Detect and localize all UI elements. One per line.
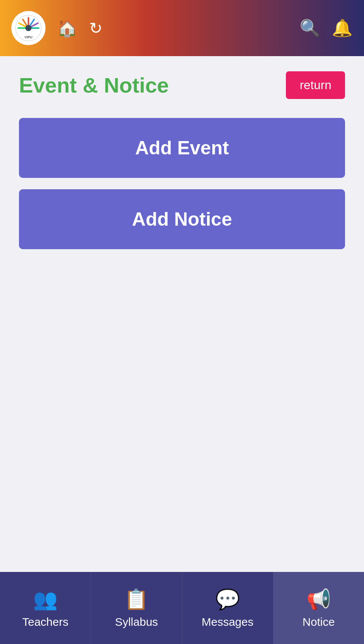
header-right-icons: 🔍 🔔	[300, 18, 353, 38]
svg-point-8	[25, 25, 31, 31]
messages-label: Messages	[202, 616, 254, 628]
nav-item-messages[interactable]: 💬 Messages	[182, 572, 273, 644]
return-button[interactable]: return	[286, 71, 345, 99]
syllabus-label: Syllabus	[115, 616, 158, 628]
syllabus-icon: 📋	[124, 588, 149, 611]
nav-item-syllabus[interactable]: 📋 Syllabus	[91, 572, 182, 644]
notice-label: Notice	[303, 616, 335, 628]
add-event-button[interactable]: Add Event	[19, 118, 345, 178]
nav-item-teachers[interactable]: 👥 Teachers	[0, 572, 91, 644]
search-icon[interactable]: 🔍	[300, 18, 320, 38]
logo: VIPU	[11, 11, 46, 45]
svg-text:VIPU: VIPU	[24, 35, 32, 39]
bell-icon[interactable]: 🔔	[332, 18, 353, 38]
refresh-icon[interactable]: ↻	[89, 19, 102, 38]
header-left-icons: 🏠 ↻	[57, 18, 300, 38]
teachers-label: Teachers	[22, 616, 69, 628]
app-header: VIPU 🏠 ↻ 🔍 🔔	[0, 0, 364, 56]
home-icon[interactable]: 🏠	[57, 18, 78, 38]
notice-icon: 📢	[306, 588, 331, 611]
page-title: Event & Notice	[19, 73, 169, 97]
add-notice-button[interactable]: Add Notice	[19, 189, 345, 249]
page-header: Event & Notice return	[19, 71, 345, 99]
teachers-icon: 👥	[33, 588, 58, 611]
messages-icon: 💬	[215, 588, 240, 611]
main-content: Event & Notice return Add Event Add Noti…	[0, 56, 364, 572]
nav-item-notice[interactable]: 📢 Notice	[273, 572, 364, 644]
bottom-nav: 👥 Teachers 📋 Syllabus 💬 Messages 📢 Notic…	[0, 572, 364, 644]
